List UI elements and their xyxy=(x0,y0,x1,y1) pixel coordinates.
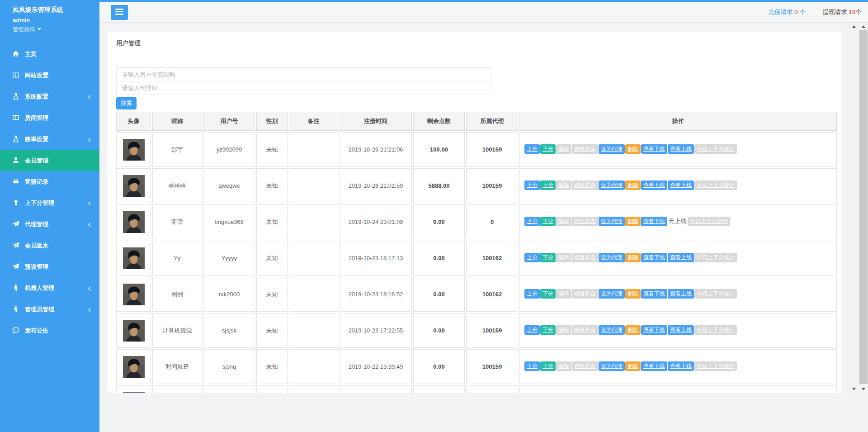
view-upline-button[interactable]: 查看上线 xyxy=(668,325,694,335)
view-downline-button[interactable]: 查看下线 xyxy=(641,180,667,190)
gift-bonus-button[interactable]: 赠送彩金 xyxy=(572,253,598,262)
sidebar-item-points-management[interactable]: 上下分管理 xyxy=(0,192,99,214)
sidebar-item-system-config[interactable]: 系统配置 xyxy=(0,86,99,107)
view-upline-button[interactable]: 查看上线 xyxy=(668,361,694,371)
set-agent-button[interactable]: 设为代理 xyxy=(599,144,625,154)
deduct-points-button[interactable]: 下分 xyxy=(540,144,556,154)
table-row: 彭宇 yz992099 未知 2019-10-26 21:21:06 100.0… xyxy=(116,132,837,167)
deduct-points-button[interactable]: 下分 xyxy=(540,180,556,190)
view-downline-button[interactable]: 查看下线 xyxy=(641,325,667,335)
sidebar-item-bet-records[interactable]: 竞猜记录 xyxy=(0,171,99,192)
edit-button[interactable]: 编辑 xyxy=(556,325,571,335)
scroll-up-icon[interactable] xyxy=(849,23,859,30)
sidebar-item-robot-management[interactable]: 机器人管理 xyxy=(0,277,99,299)
edit-button[interactable]: 编辑 xyxy=(556,253,571,262)
edit-button[interactable]: 编辑 xyxy=(556,180,571,190)
add-points-button[interactable]: 上分 xyxy=(524,361,540,371)
today-stats-button[interactable]: 今日上下分统计 xyxy=(694,253,737,262)
sidebar-username: admin xyxy=(13,17,99,24)
delete-button[interactable]: 删除 xyxy=(625,253,641,262)
sidebar-item-member-rebate[interactable]: 会员返水 xyxy=(0,235,99,256)
sidebar-nav: 主页 网站设置 系统配置 房间管理 赔率设置 会员管理 竞猜记录 上下分管理 代… xyxy=(0,43,99,341)
delete-button[interactable]: 删除 xyxy=(625,217,641,226)
deduct-points-button[interactable]: 下分 xyxy=(540,253,556,262)
add-points-button[interactable]: 上分 xyxy=(524,180,540,190)
sidebar-item-room-management[interactable]: 房间管理 xyxy=(0,107,99,128)
gift-bonus-button[interactable]: 赠送彩金 xyxy=(572,289,598,299)
delete-button[interactable]: 删除 xyxy=(625,289,641,299)
view-upline-button[interactable]: 查看上线 xyxy=(668,180,694,190)
sidebar-item-odds-settings[interactable]: 赔率设置 xyxy=(0,128,99,150)
add-points-button[interactable]: 上分 xyxy=(524,325,540,335)
username-cell: rxk2000 xyxy=(203,277,255,312)
set-agent-button[interactable]: 设为代理 xyxy=(599,180,625,190)
sidebar-item-preset-management[interactable]: 预设管理 xyxy=(0,256,99,277)
view-upline-button[interactable]: 查看上线 xyxy=(668,253,694,262)
scroll-down-icon[interactable] xyxy=(849,385,859,393)
deduct-points-button[interactable]: 下分 xyxy=(540,361,556,371)
add-points-button[interactable]: 上分 xyxy=(524,253,540,262)
delete-button[interactable]: 删除 xyxy=(625,325,641,335)
today-stats-button[interactable]: 今日上下分统计 xyxy=(694,325,737,335)
gift-bonus-button[interactable]: 赠送彩金 xyxy=(572,217,598,226)
sidebar-item-home[interactable]: 主页 xyxy=(0,43,99,65)
deduct-points-button[interactable]: 下分 xyxy=(540,289,556,299)
inner-scrollbar-track[interactable] xyxy=(849,30,859,385)
edit-button[interactable]: 编辑 xyxy=(556,289,571,299)
scroll-up-icon[interactable] xyxy=(859,23,868,30)
add-points-button[interactable]: 上分 xyxy=(524,217,540,226)
edit-button[interactable]: 编辑 xyxy=(556,361,571,371)
today-stats-button[interactable]: 今日上下分统计 xyxy=(694,180,737,190)
delete-button[interactable]: 删除 xyxy=(625,144,641,154)
view-downline-button[interactable]: 查看下线 xyxy=(641,253,667,262)
sidebar-item-label: 代理管理 xyxy=(25,221,48,228)
actions-cell: 上分下分编辑赠送彩金设为代理删除查看下线查看上线今日上下分统计 xyxy=(519,349,837,384)
points-cell: 0.00 xyxy=(413,204,465,239)
deduct-points-button[interactable]: 下分 xyxy=(540,217,556,226)
deduct-points-button[interactable]: 下分 xyxy=(540,325,556,335)
delete-button[interactable]: 删除 xyxy=(625,180,641,190)
scrollbar-thumb[interactable] xyxy=(859,30,868,384)
view-downline-button[interactable]: 查看下线 xyxy=(641,361,667,371)
car-icon xyxy=(12,178,19,185)
sidebar-item-agent-management[interactable]: 代理管理 xyxy=(0,214,99,235)
delete-button[interactable]: 删除 xyxy=(625,361,641,371)
set-agent-button[interactable]: 设为代理 xyxy=(599,289,625,299)
edit-button[interactable]: 编辑 xyxy=(556,144,571,154)
today-stats-button[interactable]: 今日上下分统计 xyxy=(694,144,737,154)
add-points-button[interactable]: 上分 xyxy=(524,144,540,154)
gift-bonus-button[interactable]: 赠送彩金 xyxy=(572,361,598,371)
set-agent-button[interactable]: 设为代理 xyxy=(599,217,625,226)
sidebar-item-publish-announcement[interactable]: 发布公告 xyxy=(0,320,99,341)
view-upline-button[interactable]: 查看上线 xyxy=(668,289,694,299)
gift-bonus-button[interactable]: 赠送彩金 xyxy=(572,325,598,335)
outer-scrollbar-track[interactable] xyxy=(859,30,868,385)
scroll-down-icon[interactable] xyxy=(859,385,868,393)
search-button[interactable]: 搜索 xyxy=(116,97,137,109)
gift-bonus-button[interactable]: 赠送彩金 xyxy=(572,144,598,154)
add-points-button[interactable]: 上分 xyxy=(524,289,540,299)
edit-button[interactable]: 编辑 xyxy=(556,217,571,226)
sidebar-item-member-management[interactable]: 会员管理 xyxy=(0,150,99,171)
user-search-input[interactable] xyxy=(116,67,491,81)
sidebar-toggle-button[interactable] xyxy=(111,5,128,20)
withdraw-requests-link[interactable]: 提现请求 18个 xyxy=(823,9,862,15)
today-stats-button[interactable]: 今日上下分统计 xyxy=(688,217,730,226)
view-downline-button[interactable]: 查看下线 xyxy=(641,289,667,299)
username-cell: sjsjsk xyxy=(203,313,255,348)
view-downline-button[interactable]: 查看下线 xyxy=(641,217,667,226)
set-agent-button[interactable]: 设为代理 xyxy=(599,325,625,335)
gift-bonus-button[interactable]: 赠送彩金 xyxy=(572,180,598,190)
agent-id-input[interactable] xyxy=(116,81,491,95)
view-downline-button[interactable]: 查看下线 xyxy=(641,144,667,154)
today-stats-button[interactable]: 今日上下分统计 xyxy=(694,361,737,371)
admin-actions-dropdown[interactable]: 管理操作 xyxy=(13,26,99,33)
today-stats-button[interactable]: 今日上下分统计 xyxy=(694,289,737,299)
set-agent-button[interactable]: 设为代理 xyxy=(599,361,625,371)
recharge-requests-link[interactable]: 充值请求:0 个 xyxy=(768,9,806,15)
view-upline-button[interactable]: 查看上线 xyxy=(668,144,694,154)
actions-cell: 上分下分编辑赠送彩金设为代理删除查看下线查看上线今日上下分统计 xyxy=(519,313,837,348)
set-agent-button[interactable]: 设为代理 xyxy=(599,253,625,262)
sidebar-item-admin-management[interactable]: 管理员管理 xyxy=(0,299,99,320)
sidebar-item-site-settings[interactable]: 网站设置 xyxy=(0,65,99,86)
